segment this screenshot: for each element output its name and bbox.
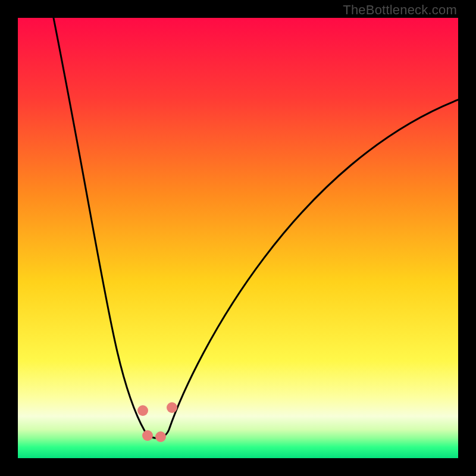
curve-marker (142, 430, 153, 441)
curve-markers (18, 18, 458, 458)
chart-frame (18, 18, 458, 458)
curve-marker (167, 402, 177, 413)
watermark-text: TheBottleneck.com (343, 2, 457, 18)
curve-marker (137, 405, 148, 416)
curve-marker (155, 431, 166, 442)
